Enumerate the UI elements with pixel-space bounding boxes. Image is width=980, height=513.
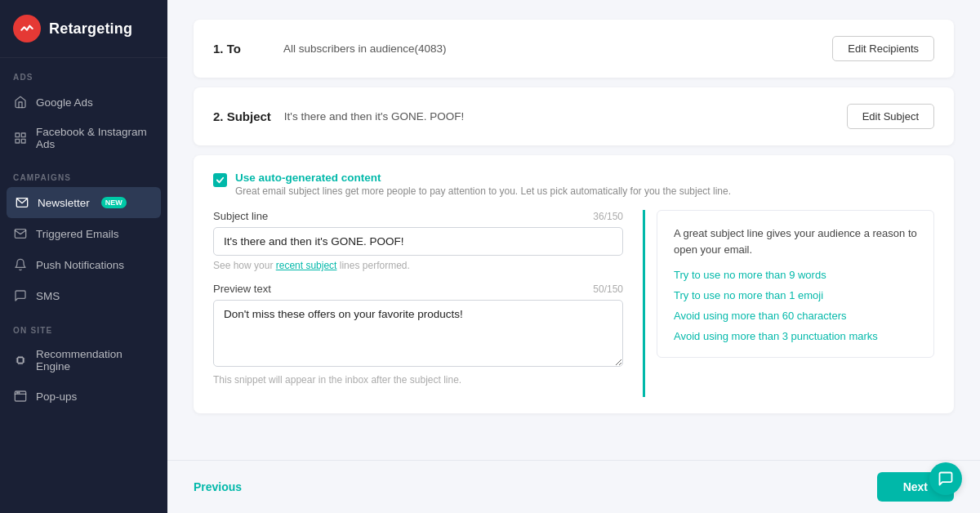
subject-body: Subject line 36/150 See how your recent …: [213, 210, 934, 397]
tip-3-text: Avoid using more than 60 characters: [674, 310, 847, 322]
sidebar-item-newsletter-label: Newsletter: [38, 197, 90, 209]
tip-item-2: Try to use no more than 1 emoji: [674, 289, 917, 301]
recent-subject-link[interactable]: recent subject: [276, 260, 337, 271]
preview-text-input[interactable]: [213, 300, 623, 367]
sidebar-item-push-notifications-label: Push Notifications: [36, 259, 124, 271]
auto-gen-row: Use auto-generated content Great email s…: [213, 172, 934, 197]
svg-rect-3: [21, 139, 25, 143]
svg-rect-5: [18, 358, 24, 364]
sidebar-logo: Retargeting: [0, 0, 167, 58]
step2-number: 2. Subject: [213, 109, 271, 123]
tip-item-4: Avoid using more than 3 punctuation mark…: [674, 330, 917, 342]
preview-text-hint: This snippet will appear in the inbox af…: [213, 374, 623, 386]
section-label-on-site: ON SITE: [0, 311, 167, 340]
main-footer: Previous Next: [167, 460, 980, 513]
subject-edit-section: Use auto-generated content Great email s…: [194, 155, 954, 413]
preview-text-field: Preview text 50/150 This snippet will ap…: [213, 283, 623, 386]
envelope-icon: [13, 226, 28, 241]
tip-item-1: Try to use no more than 9 words: [674, 269, 917, 281]
main-content: 1. To All subscribers in audience(4083) …: [167, 0, 980, 513]
subject-line-field: Subject line 36/150 See how your recent …: [213, 210, 623, 271]
browser-icon: [13, 389, 28, 404]
sidebar-item-push-notifications[interactable]: Push Notifications: [0, 249, 167, 280]
preview-text-count: 50/150: [593, 283, 623, 295]
subject-line-count: 36/150: [593, 211, 623, 222]
sidebar-item-newsletter[interactable]: Newsletter new: [7, 187, 161, 218]
auto-gen-checkbox[interactable]: [213, 173, 227, 187]
logo-icon: [13, 15, 41, 42]
step1-card: 1. To All subscribers in audience(4083) …: [194, 20, 954, 78]
svg-rect-0: [16, 133, 20, 137]
sidebar-item-sms[interactable]: SMS: [0, 280, 167, 311]
step1-number: 1. To: [213, 42, 270, 56]
subject-line-label: Subject line: [213, 210, 268, 222]
edit-recipients-button[interactable]: Edit Recipients: [832, 36, 934, 61]
logo-text: Retargeting: [49, 20, 132, 38]
subject-form: Subject line 36/150 See how your recent …: [213, 210, 623, 397]
preview-text-label: Preview text: [213, 283, 271, 295]
sidebar-item-triggered-emails-label: Triggered Emails: [36, 228, 119, 240]
subject-tips: A great subject line gives your audience…: [657, 210, 934, 358]
sidebar-item-google-ads[interactable]: Google Ads: [0, 87, 167, 118]
sidebar-item-pop-ups-label: Pop-ups: [36, 390, 77, 403]
svg-point-8: [16, 392, 17, 393]
tip-4-text: Avoid using more than 3 punctuation mark…: [674, 330, 878, 342]
sidebar-item-triggered-emails[interactable]: Triggered Emails: [0, 218, 167, 249]
tip-1-text: Try to use no more than 9 words: [674, 269, 826, 281]
sidebar-item-sms-label: SMS: [36, 290, 60, 302]
mail-icon: [15, 195, 29, 210]
sidebar-item-recommendation-engine-label: Recommendation Engine: [36, 348, 154, 372]
svg-rect-1: [21, 133, 25, 137]
auto-gen-title: Use auto-generated content: [235, 172, 731, 184]
subject-line-input[interactable]: [213, 227, 623, 256]
edit-subject-button[interactable]: Edit Subject: [847, 104, 934, 129]
comment-icon: [13, 288, 28, 303]
home-icon: [13, 95, 28, 109]
sidebar-item-pop-ups[interactable]: Pop-ups: [0, 381, 167, 412]
step2-value: It's there and then it's GONE. POOF!: [284, 110, 465, 123]
sidebar-item-facebook-ads-label: Facebook & Instagram Ads: [36, 126, 154, 150]
sidebar-item-recommendation-engine[interactable]: Recommendation Engine: [0, 340, 167, 381]
auto-gen-description: Great email subject lines get more peopl…: [235, 185, 731, 197]
section-label-campaigns: CAMPAIGNS: [0, 158, 167, 187]
tip-2-text: Try to use no more than 1 emoji: [674, 289, 823, 301]
subject-line-hint: See how your recent subject lines perfor…: [213, 260, 623, 271]
section-label-ads: ADS: [0, 58, 167, 87]
chat-bubble[interactable]: [929, 462, 962, 495]
newsletter-badge: new: [101, 197, 127, 208]
step1-value: All subscribers in audience(4083): [283, 42, 447, 55]
sidebar: Retargeting ADS Google Ads Facebook & In…: [0, 0, 167, 513]
step2-card: 2. Subject It's there and then it's GONE…: [194, 87, 954, 145]
svg-point-9: [19, 392, 20, 393]
sidebar-item-google-ads-label: Google Ads: [36, 96, 93, 109]
previous-button[interactable]: Previous: [194, 480, 242, 493]
tip-item-3: Avoid using more than 60 characters: [674, 310, 917, 322]
grid-icon: [13, 131, 28, 145]
bell-icon: [13, 257, 28, 272]
sidebar-item-facebook-ads[interactable]: Facebook & Instagram Ads: [0, 118, 167, 158]
svg-rect-2: [16, 139, 20, 143]
chip-icon: [13, 353, 28, 368]
tips-divider: A great subject line gives your audience…: [643, 210, 934, 397]
tips-intro: A great subject line gives your audience…: [674, 225, 917, 257]
